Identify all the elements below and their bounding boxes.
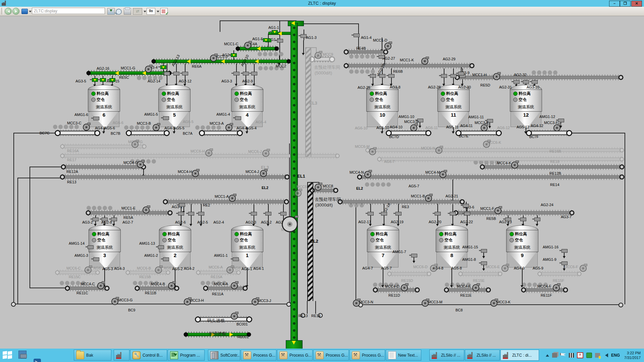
fan-icon[interactable] [205, 149, 212, 157]
fan-icon[interactable] [501, 265, 508, 272]
conveyor[interactable] [446, 288, 489, 292]
level-high-indicator[interactable] [91, 92, 96, 96]
slide-gate-valve[interactable] [265, 212, 271, 216]
taskbar-app-softcontr-[interactable]: SoftContr... [208, 350, 240, 361]
amg-valve-icon[interactable] [233, 257, 239, 261]
conveyor[interactable] [455, 211, 572, 215]
level-high-indicator[interactable] [370, 92, 374, 96]
fan-icon[interactable] [252, 298, 259, 305]
empty-indicator[interactable] [439, 238, 443, 242]
level-high-indicator[interactable] [162, 232, 167, 236]
slide-gate-valve[interactable] [164, 72, 170, 75]
slide-gate-valve[interactable] [251, 72, 257, 75]
temperature-system-label[interactable]: 测温系统 [88, 104, 120, 110]
empty-indicator[interactable] [162, 98, 166, 102]
slide-gate-valve[interactable] [160, 65, 166, 69]
empty-indicator[interactable] [509, 238, 514, 242]
amg-valve-icon[interactable] [235, 116, 241, 120]
minimize-button[interactable]: – [609, 1, 620, 7]
conveyor[interactable] [539, 272, 580, 276]
slide-gate-valve[interactable] [179, 203, 185, 207]
slide-gate-valve[interactable] [301, 34, 307, 38]
slide-gate-valve[interactable] [182, 72, 188, 75]
amg-valve-icon[interactable] [93, 257, 99, 261]
fan-icon[interactable] [494, 207, 501, 214]
slide-gate-valve[interactable] [263, 38, 269, 42]
taskbar-app-icon[interactable] [114, 350, 129, 361]
fan-icon[interactable] [137, 161, 144, 168]
conveyor[interactable] [379, 158, 622, 161]
conveyor[interactable] [57, 271, 98, 274]
fan-icon[interactable] [153, 124, 160, 131]
level-high-indicator[interactable] [234, 92, 239, 96]
slide-gate-valve[interactable] [379, 74, 385, 78]
taskbar-app-zlsilo-[interactable]: ZLSilo // ... [429, 350, 464, 361]
empty-indicator[interactable] [91, 98, 96, 102]
taskbar-app-process-g-[interactable]: Process G... [313, 350, 349, 361]
taskbar-app-process-g-[interactable]: Process G... [277, 350, 313, 361]
conveyor[interactable] [359, 175, 622, 179]
slide-gate-valve[interactable] [198, 212, 204, 216]
amg-valve-icon[interactable] [561, 249, 568, 253]
fan-icon[interactable] [294, 190, 302, 197]
conveyor[interactable] [367, 148, 622, 152]
slide-gate-valve[interactable] [102, 218, 108, 221]
fan-icon[interactable] [580, 265, 587, 272]
taskbar-app-new-text-[interactable]: New Text... [386, 350, 421, 361]
fan-icon[interactable] [435, 147, 442, 154]
taskbar-app-control-b-[interactable]: Control B... [130, 350, 167, 361]
fan-icon[interactable] [168, 282, 175, 289]
conveyor[interactable] [62, 175, 287, 179]
taskbar-app-process-g-[interactable]: Process G... [350, 350, 385, 361]
slide-gate-valve[interactable] [188, 212, 194, 216]
level-high-indicator[interactable] [513, 92, 518, 96]
fan-icon[interactable] [410, 124, 417, 131]
tray-flag-icon[interactable] [560, 353, 566, 358]
empty-indicator[interactable] [234, 98, 239, 102]
fan-icon[interactable] [184, 298, 191, 305]
conveyor[interactable] [482, 165, 622, 169]
conveyor[interactable] [128, 131, 167, 135]
slide-gate-valve[interactable] [368, 212, 374, 216]
level-high-indicator[interactable] [439, 232, 443, 236]
temperature-system-label[interactable]: 测温系统 [158, 104, 191, 110]
amg-valve-icon[interactable] [158, 245, 164, 249]
fan-icon[interactable] [472, 284, 479, 291]
slide-gate-valve[interactable] [395, 212, 401, 216]
conveyor[interactable] [63, 165, 144, 169]
fan-icon[interactable] [210, 55, 217, 62]
search-pin-icon[interactable] [116, 9, 122, 15]
slide-gate-valve[interactable] [464, 212, 470, 216]
temperature-system-label[interactable]: 测温系统 [506, 245, 538, 250]
slide-gate-valve[interactable] [435, 212, 441, 216]
fan-icon[interactable] [483, 141, 490, 148]
fan-icon[interactable] [490, 300, 497, 307]
slide-gate-valve[interactable] [458, 72, 464, 75]
slide-gate-valve[interactable] [243, 72, 249, 75]
tray-status-icon[interactable] [586, 353, 592, 358]
fan-icon[interactable] [369, 148, 376, 155]
empty-indicator[interactable] [441, 98, 445, 102]
empty-indicator[interactable] [370, 238, 375, 242]
fan-icon[interactable] [192, 170, 199, 177]
slide-gate-valve[interactable] [178, 212, 184, 216]
fan-icon[interactable] [244, 42, 251, 49]
slide-gate-valve[interactable] [251, 212, 257, 216]
slide-gate-valve[interactable] [100, 78, 106, 82]
level-high-indicator[interactable] [509, 232, 514, 236]
slide-gate-valve[interactable] [277, 39, 283, 43]
empty-indicator[interactable] [162, 238, 167, 242]
toolbar-grip[interactable] [1, 8, 3, 14]
conveyor[interactable] [57, 131, 98, 135]
taskbar-app-zlsilo-[interactable]: ZLSilo // ... [465, 350, 500, 361]
fan-icon[interactable] [493, 73, 500, 80]
print-icon[interactable] [124, 8, 131, 15]
level-high-indicator[interactable] [370, 232, 375, 236]
slide-gate-valve[interactable] [93, 218, 99, 221]
fan-icon[interactable] [425, 195, 432, 202]
temperature-system-label[interactable]: 测温系统 [366, 104, 398, 110]
fan-icon[interactable] [553, 284, 560, 291]
fan-icon[interactable] [131, 141, 139, 148]
fan-icon[interactable] [97, 282, 104, 289]
empty-indicator[interactable] [234, 238, 239, 242]
